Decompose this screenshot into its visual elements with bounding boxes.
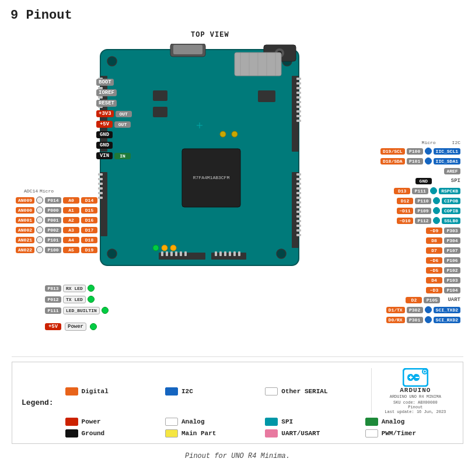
svg-rect-11 <box>100 172 107 236</box>
boot-pin: BOOT <box>96 79 114 86</box>
power-label-badge: Power <box>65 323 86 331</box>
svg-point-32 <box>162 245 167 251</box>
d6-badge: ~D6 <box>426 257 442 264</box>
svg-point-33 <box>170 245 176 251</box>
svg-point-1 <box>107 57 117 66</box>
iic-scl1-badge: IIC_SCL1 <box>434 148 460 155</box>
uart-rx-circle <box>425 316 432 323</box>
svg-rect-57 <box>296 120 301 122</box>
svg-rect-66 <box>296 211 301 213</box>
legend-item-pwm: PWM/Timer <box>365 429 453 438</box>
arduino-model-text: ARDUINO UNO R4 MINIMA <box>390 394 441 400</box>
an022-badge: AN022 <box>16 247 34 253</box>
legend-item-uart: UART/USART <box>265 429 353 438</box>
legend-item-spi: SPI <box>265 418 353 426</box>
board-area: TOP VIEW <box>10 26 465 353</box>
svg-rect-75 <box>175 251 177 256</box>
an002-badge: AN002 <box>16 227 34 233</box>
d15-badge: D15 <box>81 207 97 214</box>
i2c-header: I2C <box>452 140 460 145</box>
p111-led-badge: P111 <box>45 307 61 314</box>
gnd-pin-1: GND <box>96 131 113 138</box>
p111-badge: P111 <box>412 188 428 194</box>
an021-badge: AN021 <box>16 237 34 243</box>
left-power-pins: BOOT IOREF RESET +3V3 OUT +5V OUT GND GN… <box>96 78 132 160</box>
arduino-date-text: Last update: 16 Jun, 2023 <box>385 410 446 414</box>
main-part-label: Main Part <box>181 430 216 437</box>
svg-rect-47 <box>98 197 103 199</box>
legend-title: Legend: <box>22 398 54 407</box>
a3-badge: A3 <box>63 227 79 233</box>
svg-rect-81 <box>229 251 231 256</box>
arduino-brand-area: ARDUINO ARDUINO UNO R4 MINIMA SKU code: … <box>371 368 453 414</box>
uart-header-label: UART <box>448 297 460 303</box>
legend-item-digital: Digital <box>65 368 153 414</box>
svg-rect-44 <box>98 183 103 185</box>
svg-point-29 <box>220 131 226 137</box>
p002-badge: P002 <box>45 227 61 233</box>
d2-badge: D2 <box>406 297 422 303</box>
legend-item-other-serial: Other SERIAL <box>265 368 353 414</box>
p000-badge: P000 <box>45 207 61 214</box>
svg-point-4 <box>277 249 286 258</box>
an001-circle <box>36 216 43 223</box>
pwm-color <box>365 429 378 438</box>
spi-color <box>265 418 278 426</box>
spi-d10-circle <box>433 217 440 224</box>
d9-badge: ~D9 <box>426 228 442 234</box>
svg-rect-59 <box>296 178 301 180</box>
analog-swatch-label: Analog <box>181 418 205 425</box>
p813-badge: P813 <box>45 285 61 292</box>
d3-badge: ~D3 <box>426 287 442 293</box>
svg-rect-54 <box>296 106 301 108</box>
ground-label: Ground <box>82 430 105 437</box>
an009-badge: AN009 <box>16 197 34 204</box>
an000-circle <box>36 206 43 214</box>
svg-rect-64 <box>296 201 301 204</box>
svg-rect-43 <box>98 178 103 180</box>
svg-rect-76 <box>180 251 182 256</box>
arduino-sku-text: SKU code: ABX00080 <box>393 400 438 405</box>
svg-rect-79 <box>219 251 222 256</box>
main-content: TOP VIEW <box>0 26 475 464</box>
d16-badge: D16 <box>81 217 97 223</box>
svg-rect-50 <box>296 87 301 89</box>
i2c-color <box>165 387 178 396</box>
d4-badge: D4 <box>426 277 442 284</box>
an009-circle <box>36 197 43 204</box>
analog-green-label: Analog <box>382 418 405 425</box>
gnd-pin-2: GND <box>96 142 113 149</box>
d8-badge: D8 <box>426 237 442 244</box>
svg-rect-26 <box>258 90 275 102</box>
d1tx-badge: D1/TX <box>386 307 405 313</box>
p107-badge: P107 <box>444 247 460 254</box>
digital-color <box>65 387 78 396</box>
a5-badge: A5 <box>63 247 79 253</box>
svg-rect-49 <box>296 82 301 85</box>
right-pins: Micro I2C D19/SCL P100 IIC_SCL1 D18/SDA … <box>380 140 460 324</box>
5v-out: OUT <box>114 121 131 128</box>
svg-rect-60 <box>296 183 301 185</box>
an001-badge: AN001 <box>16 217 34 223</box>
spi-header-label: SPI <box>451 178 460 184</box>
p100-badge-l: P100 <box>45 247 61 253</box>
d17-badge: D17 <box>81 227 97 233</box>
vin-in: IN <box>114 153 131 159</box>
rx-led-circle <box>88 285 95 292</box>
led-builtin-circle <box>102 307 109 314</box>
svg-rect-58 <box>296 173 301 176</box>
d18-badge: D18 <box>81 237 97 243</box>
sci-rxd2-badge: SCI_RXD2 <box>434 317 460 323</box>
svg-rect-67 <box>296 215 301 218</box>
p105-badge: P105 <box>424 297 440 303</box>
p103-badge: P103 <box>444 277 460 284</box>
legend-item-power: Power <box>65 418 153 426</box>
svg-rect-25 <box>153 107 167 117</box>
p012-badge: P012 <box>45 296 61 303</box>
analog-green-color <box>365 418 378 426</box>
legend-item-analog-green: Analog <box>365 418 453 426</box>
svg-point-31 <box>153 245 159 251</box>
vin-pin: VIN <box>96 152 113 159</box>
a2-badge: A2 <box>63 217 79 223</box>
tx-led-badge: TX LED <box>63 296 86 303</box>
